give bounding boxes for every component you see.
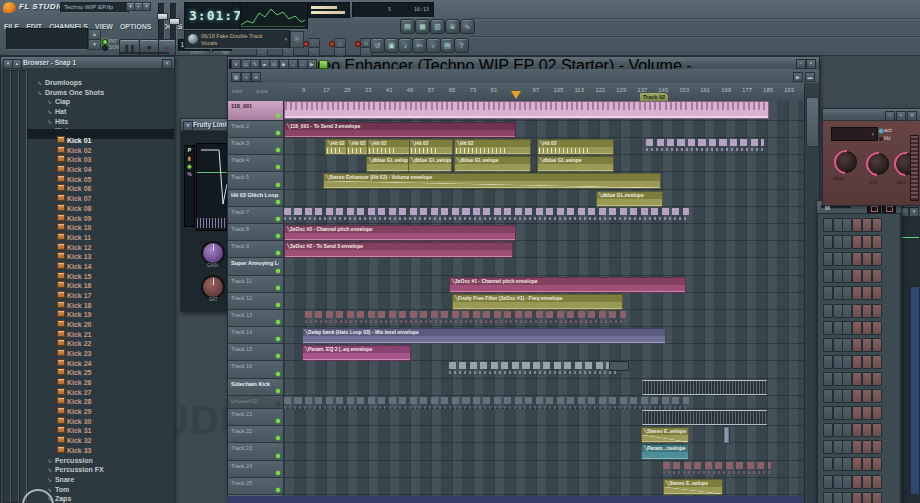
track-enable-led[interactable]	[276, 471, 280, 475]
step-cell[interactable]	[862, 338, 872, 352]
step-cell[interactable]	[862, 492, 872, 503]
track-enable-led[interactable]	[276, 320, 280, 324]
browser-item-kick-23[interactable]: Kick 23	[27, 342, 174, 352]
track-enable-led[interactable]	[276, 114, 280, 118]
step-cell[interactable]	[833, 304, 843, 318]
step-cell[interactable]	[823, 372, 833, 386]
pattern-blocks-clip[interactable]	[449, 362, 619, 369]
browser-item-kick-12[interactable]: Kick 12	[27, 236, 174, 246]
step-cell[interactable]	[823, 269, 833, 283]
track-header-4[interactable]: Track 4	[228, 155, 284, 172]
sampler-pattern-clip[interactable]	[642, 380, 767, 395]
step-cell[interactable]	[862, 304, 872, 318]
track-header-18[interactable]: Unused 02	[228, 396, 284, 409]
step-cell[interactable]	[852, 321, 862, 335]
close-button[interactable]: ×	[142, 2, 151, 11]
step-cell[interactable]	[872, 286, 882, 300]
automation-clip[interactable]: Stereo E..velope	[641, 427, 689, 443]
browser-item-kick[interactable]: ∿ Kick	[27, 119, 174, 129]
step-cell[interactable]	[862, 457, 872, 471]
pattern-blocks-clip[interactable]	[305, 311, 626, 318]
browser-item-kick-04[interactable]: Kick 04	[27, 158, 174, 168]
track-enable-led[interactable]	[276, 372, 280, 376]
step-cell[interactable]	[862, 406, 872, 420]
step-cell[interactable]	[852, 304, 862, 318]
step-cell[interactable]	[842, 372, 852, 386]
step-cell[interactable]	[823, 423, 833, 437]
step-cell[interactable]	[823, 252, 833, 266]
playlist-paint-tool[interactable]: ▰	[260, 59, 270, 69]
track-enable-led[interactable]	[276, 217, 280, 221]
automation-clip[interactable]: dblue Gl..nvelope	[596, 191, 663, 207]
step-cell[interactable]	[842, 492, 852, 503]
step-cell[interactable]	[833, 406, 843, 420]
plugin-picker-tool-button[interactable]: ▣	[384, 38, 399, 53]
automation-clip[interactable]: Fruity Free Filter (3xOsc #1) - Freq env…	[452, 294, 623, 310]
pattern-blocks-clip[interactable]	[284, 397, 689, 404]
automation-clip[interactable]: dblue Gl..velope	[537, 156, 614, 172]
step-cell[interactable]	[842, 321, 852, 335]
step-cell[interactable]	[833, 218, 843, 232]
browser-item-kick-21[interactable]: Kick 21	[27, 323, 174, 333]
step-cell[interactable]	[842, 406, 852, 420]
drag-handle[interactable]	[723, 426, 730, 444]
audio-clip[interactable]: Hit 02	[409, 139, 453, 155]
track-enable-led[interactable]	[276, 389, 280, 393]
automation-clip[interactable]: 3xOsc #2 - Channel pitch envelope	[284, 225, 516, 241]
browser-item-kick-27[interactable]: Kick 27	[27, 381, 174, 391]
plugin-titlebar[interactable]: ▫ ▪ ×	[823, 109, 920, 121]
track-header-9[interactable]: Track 9	[228, 241, 284, 258]
track-header-6[interactable]: Hit 02 Glitch Loop..	[228, 190, 284, 207]
track-header-3[interactable]: Track 3	[228, 138, 284, 155]
step-cell[interactable]	[862, 423, 872, 437]
step-cell[interactable]	[833, 338, 843, 352]
gain-knob[interactable]	[201, 241, 225, 265]
step-cell[interactable]	[872, 372, 882, 386]
mini-clip[interactable]	[609, 361, 629, 371]
step-cell[interactable]	[852, 475, 862, 489]
browser-item-kick-01[interactable]: Kick 01	[27, 129, 174, 139]
browser-item-kick-19[interactable]: Kick 19	[27, 303, 174, 313]
step-cell[interactable]	[872, 252, 882, 266]
track-header-2[interactable]: Track 2	[228, 121, 284, 138]
step-cell[interactable]	[842, 252, 852, 266]
step-cell[interactable]	[872, 475, 882, 489]
automation-clip[interactable]: Param. EQ 2 (..eq envelope	[302, 345, 411, 361]
step-cell[interactable]	[862, 389, 872, 403]
track-header-8[interactable]: Track 8	[228, 224, 284, 241]
step-cell[interactable]	[833, 235, 843, 249]
step-cell[interactable]	[852, 406, 862, 420]
step-cell[interactable]	[852, 355, 862, 369]
track-header-19[interactable]: Track 21	[228, 409, 284, 426]
step-cell[interactable]	[872, 406, 882, 420]
step-cell[interactable]	[872, 218, 882, 232]
step-cell[interactable]	[872, 423, 882, 437]
fader-cap[interactable]	[169, 18, 180, 25]
step-cell[interactable]	[862, 355, 872, 369]
plugin-close-button[interactable]: ×	[907, 111, 917, 121]
step-cell[interactable]	[852, 235, 862, 249]
hz-radio[interactable]: Hz	[879, 135, 891, 141]
track-header-17[interactable]: Sidechain Kick	[228, 379, 284, 396]
step-cell[interactable]	[823, 235, 833, 249]
browser-item-kick-13[interactable]: Kick 13	[27, 245, 174, 255]
browser-item-kick-15[interactable]: Kick 15	[27, 265, 174, 275]
browser-item-kick-14[interactable]: Kick 14	[27, 255, 174, 265]
limiter-mode-strip[interactable]: P ▮ ◉ %	[184, 145, 195, 227]
track-enable-led[interactable]	[276, 436, 280, 440]
time-marker-label[interactable]: Track 02	[640, 93, 668, 101]
browser-item-kick-20[interactable]: Kick 20	[27, 313, 174, 323]
scroll-right-button[interactable]: ▶	[793, 72, 803, 82]
step-cell[interactable]	[842, 475, 852, 489]
track-header-12[interactable]: Track 12	[228, 293, 284, 310]
editor-close-button[interactable]: ×	[909, 207, 919, 217]
step-cell[interactable]	[862, 252, 872, 266]
menu-options[interactable]: OPTIONS	[120, 23, 152, 30]
step-cell[interactable]	[833, 372, 843, 386]
track-enable-led[interactable]	[276, 131, 280, 135]
pattern-clip[interactable]	[284, 101, 769, 119]
automation-clip[interactable]: 118_001 - To Send 3 envelope	[284, 122, 516, 138]
browser-item-kick-24[interactable]: Kick 24	[27, 352, 174, 362]
current-sample-selector[interactable]: 06/19 Fake Double Track Vocals ▾	[184, 30, 290, 49]
step-cell[interactable]	[823, 457, 833, 471]
